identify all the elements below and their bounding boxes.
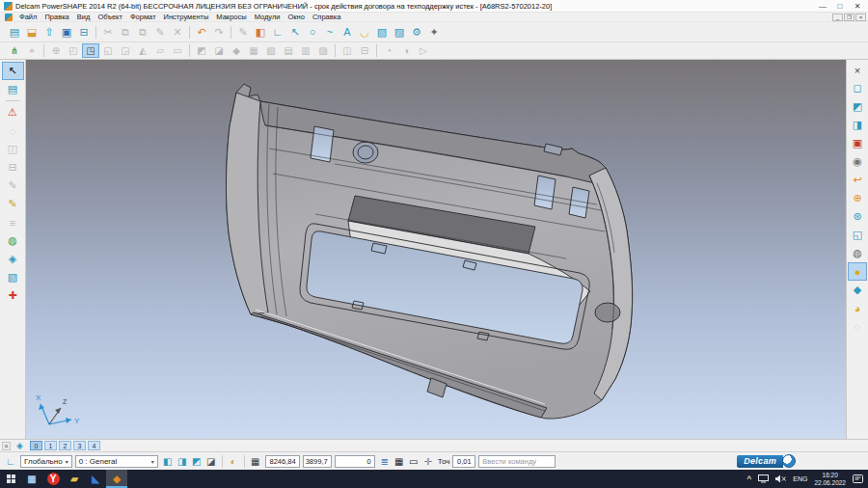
save-icon[interactable]: ▣ [58, 24, 75, 40]
solid-rotate-icon[interactable]: ◲ [117, 43, 134, 58]
window-tab[interactable]: 4 [88, 441, 100, 450]
menu-item[interactable]: Вид [73, 13, 95, 21]
calculator-icon[interactable]: ▦ [393, 454, 406, 468]
menu-item[interactable]: Окно [285, 13, 309, 21]
zoom-in-out-icon[interactable]: ⊕ [848, 189, 867, 207]
view-camera-icon[interactable]: ◉ [848, 152, 867, 171]
sketch-trace-icon[interactable]: ✎ [2, 176, 24, 195]
level-select[interactable]: 0 : General ▾ [75, 455, 158, 468]
taskbar-powershape-icon[interactable]: ◆ [106, 470, 127, 488]
coord-system-select[interactable]: Глобально ▾ [20, 455, 72, 468]
menu-item[interactable]: Инструменты [160, 13, 213, 21]
delete-icon[interactable]: ✕ [169, 24, 186, 40]
solid-box-icon[interactable]: ▨ [391, 24, 408, 40]
solid-compare-icon[interactable]: ◑ [397, 43, 415, 58]
taskbar-yandex-icon[interactable]: Y [42, 470, 64, 488]
find-box-icon[interactable]: ◈ [2, 250, 24, 268]
monitor-icon[interactable] [758, 474, 769, 483]
feature-shell-icon[interactable]: ▦ [245, 43, 262, 58]
view-wireframe-icon[interactable]: ◻ [848, 79, 867, 97]
view-hidden-line-icon[interactable]: ◩ [848, 97, 867, 116]
cut-icon[interactable]: ✂ [99, 24, 117, 40]
version-tree-icon[interactable]: ⋔ [6, 43, 23, 58]
menu-item[interactable]: Файл [15, 13, 41, 21]
window-tab[interactable]: 3 [73, 441, 86, 450]
zoom-box-icon[interactable]: ◱ [848, 226, 867, 244]
curve-doctor-icon[interactable]: ✎ [2, 195, 24, 213]
level-back-icon[interactable]: ◨ [176, 454, 189, 468]
shaded-view-icon[interactable]: ● [848, 262, 867, 281]
paste-icon[interactable]: ⧉ [134, 24, 151, 40]
child-restore-button[interactable]: ❐ [844, 14, 854, 21]
window-tab[interactable]: 1 [44, 441, 57, 450]
boolean-subtract-icon[interactable]: ⊟ [356, 43, 373, 58]
workplane-icon[interactable]: ∟ [269, 24, 286, 40]
tolerance-field[interactable]: 0,01 [452, 455, 475, 468]
wizard-icon[interactable]: ✦ [425, 24, 443, 40]
stack-icon[interactable]: ≡ [2, 213, 24, 231]
tool-icon[interactable]: ✛ [421, 454, 435, 468]
menu-item[interactable]: Формат [126, 13, 160, 21]
level-front-icon[interactable]: ◧ [161, 454, 175, 468]
solid-box2-icon[interactable]: ▧ [2, 268, 24, 286]
format-brush-icon[interactable]: ✎ [151, 24, 169, 40]
menu-item[interactable]: Модули [251, 13, 285, 21]
close-views-icon[interactable]: × [848, 61, 867, 79]
view-shaded-wire-icon[interactable]: ◨ [848, 116, 867, 134]
coord-x-field[interactable]: 8246,84 [265, 455, 300, 468]
child-minimize-button[interactable]: _ [832, 14, 843, 21]
feature-draft-icon[interactable]: ▧ [262, 43, 280, 58]
clipboard-blocks-icon[interactable]: ▤ [2, 80, 24, 98]
view-previous-icon[interactable]: ↩ [848, 171, 867, 189]
feature-rib-icon[interactable]: ▨ [314, 43, 332, 58]
feature-cut-icon[interactable]: ◩ [193, 43, 210, 58]
curve-tool-icon[interactable]: ~ [321, 24, 339, 40]
menu-item[interactable]: Макросы [212, 13, 250, 21]
solid-active-icon[interactable]: ◳ [82, 43, 99, 58]
import-icon[interactable]: ⇧ [41, 24, 58, 40]
feature-boss-icon[interactable]: ▥ [297, 43, 314, 58]
window-levels-icon[interactable]: ◈ [14, 441, 26, 451]
solid-swing-icon[interactable]: ◭ [134, 43, 151, 58]
pair-edges-icon[interactable]: ⊟ [2, 158, 24, 176]
minimize-button[interactable]: — [814, 0, 831, 12]
item-list-icon[interactable]: ≣ [378, 454, 392, 468]
level-lock-icon[interactable]: ◪ [204, 454, 218, 468]
notification-center-icon[interactable] [853, 474, 863, 484]
pin-icon[interactable]: ⌖ [23, 43, 41, 58]
menu-item[interactable]: Объект [94, 13, 126, 21]
coord-y-field[interactable]: 3899,7 [303, 455, 332, 468]
render-view-icon[interactable]: ◕ [848, 299, 867, 317]
feature-round-icon[interactable]: ◪ [210, 43, 228, 58]
text-tool-icon[interactable]: A [339, 24, 356, 40]
taskbar-pc-icon[interactable]: ▦ [21, 470, 42, 488]
open-model-icon[interactable]: ⬓ [23, 24, 41, 40]
edit-pen-icon[interactable]: ✎ [234, 24, 252, 40]
warning-edit-icon[interactable]: ⚠ [2, 103, 24, 122]
globe-box-icon[interactable]: ◍ [2, 231, 24, 250]
cad-model[interactable]: X Y Z [26, 60, 846, 439]
menu-item[interactable]: Справка [309, 13, 344, 21]
keyboard-icon[interactable]: ▭ [407, 454, 420, 468]
new-model-icon[interactable]: ▤ [6, 24, 23, 40]
window-tab[interactable]: 2 [59, 441, 71, 450]
solid-new-icon[interactable]: ⊕ [47, 43, 65, 58]
feature-split-icon[interactable]: ▤ [280, 43, 297, 58]
wireframe-globe-icon[interactable]: ◍ [848, 244, 867, 262]
tabbar-close-button[interactable]: × [2, 442, 11, 450]
print-icon[interactable]: ⊟ [75, 24, 93, 40]
taskbar-cad-icon[interactable]: ◣ [85, 470, 106, 488]
section-view-icon[interactable]: ◆ [848, 281, 867, 299]
solid-trim-icon[interactable]: ▭ [169, 43, 186, 58]
solid-play-icon[interactable]: ▷ [415, 43, 432, 58]
maximize-button[interactable]: □ [831, 0, 849, 12]
surface-tool-icon[interactable]: ◡ [356, 24, 373, 40]
pair-faces-icon[interactable]: ◫ [2, 140, 24, 158]
child-close-button[interactable]: × [855, 14, 866, 21]
solid-tool-icon[interactable]: ▧ [373, 24, 391, 40]
copy-icon[interactable]: ⧉ [117, 24, 134, 40]
solid-limit-icon[interactable]: ▱ [151, 43, 169, 58]
language-indicator[interactable]: ENG [793, 475, 807, 482]
command-input[interactable] [478, 455, 556, 468]
feature-gears-icon[interactable]: ⚙ [408, 24, 425, 40]
